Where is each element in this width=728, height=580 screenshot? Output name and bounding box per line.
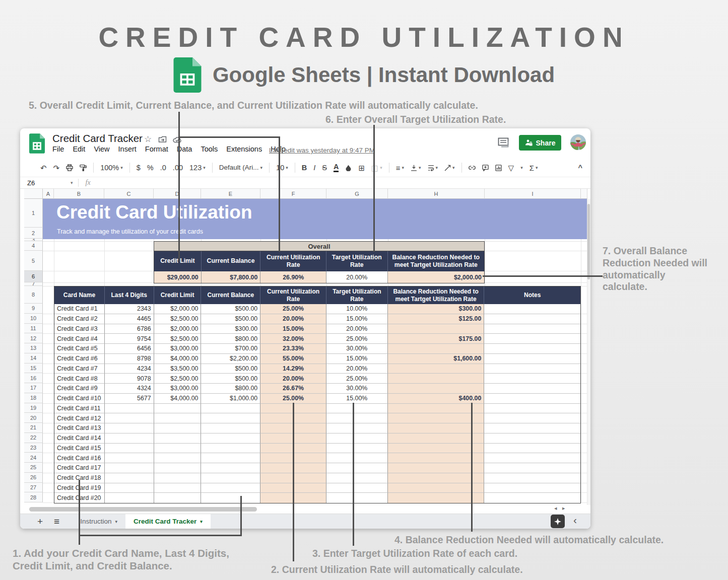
header-cell[interactable]: Target Utilization Rate	[326, 286, 388, 304]
cell[interactable]	[201, 473, 260, 483]
cell[interactable]	[484, 354, 580, 364]
cell[interactable]: 6786	[105, 324, 154, 334]
cell[interactable]: Credit Card #8	[54, 374, 105, 384]
column-header-sliver[interactable]	[581, 189, 587, 199]
cell[interactable]	[105, 433, 154, 444]
decrease-decimals-button[interactable]: .0	[160, 164, 166, 172]
column-header-H[interactable]: H	[388, 189, 485, 199]
cell[interactable]: 25.00%	[260, 304, 326, 314]
cell[interactable]	[388, 413, 485, 423]
row-header-24[interactable]: 24	[24, 453, 43, 463]
vertical-scroll-thumb[interactable]	[587, 204, 590, 279]
vertical-align-icon[interactable]: ▾	[411, 165, 421, 171]
menu-insert[interactable]: Insert	[118, 145, 137, 153]
header-cell[interactable]: Last 4 Digits	[105, 286, 154, 304]
column-header-A[interactable]: A	[43, 189, 54, 199]
comment-history-icon[interactable]	[498, 137, 510, 149]
cell[interactable]	[388, 473, 485, 483]
overall-value-cell[interactable]: 26.90%	[260, 271, 326, 283]
cell[interactable]: $4,000.00	[154, 354, 202, 364]
cell[interactable]: $2,200.00	[201, 354, 260, 364]
fill-color-icon[interactable]	[345, 165, 352, 171]
sheet-tab-instruction[interactable]: Instruction▾	[72, 514, 125, 529]
overall-value-cell[interactable]: $29,000.00	[154, 271, 202, 283]
cell[interactable]: $700.00	[201, 344, 260, 354]
cell[interactable]	[105, 453, 154, 463]
menu-tools[interactable]: Tools	[201, 145, 218, 153]
cell[interactable]: Credit Card #11	[54, 404, 105, 414]
hide-menus-icon[interactable]: ^	[578, 164, 582, 172]
cell[interactable]	[154, 404, 202, 414]
cell[interactable]	[154, 473, 202, 483]
horizontal-scroll-thumb[interactable]	[29, 507, 257, 512]
row-header-9[interactable]: 9	[24, 304, 43, 314]
cell[interactable]	[388, 493, 485, 503]
cell[interactable]	[201, 493, 260, 503]
row-header-28[interactable]: 28	[24, 492, 43, 502]
insert-comment-icon[interactable]	[482, 165, 489, 171]
cell[interactable]	[388, 384, 485, 394]
cell[interactable]: 9078	[105, 374, 154, 384]
column-header-G[interactable]: G	[326, 189, 388, 199]
cell[interactable]: Credit Card #12	[54, 413, 105, 423]
cell[interactable]	[484, 444, 580, 454]
cell[interactable]	[201, 444, 260, 454]
borders-icon[interactable]: ⊞	[358, 164, 365, 172]
chevron-down-icon[interactable]: ▾	[71, 180, 73, 185]
cell[interactable]	[388, 444, 485, 454]
cell[interactable]	[326, 444, 388, 454]
collapse-sidebar-icon[interactable]: ‹	[573, 514, 577, 526]
cell[interactable]: Credit Card #14	[54, 433, 105, 444]
cell[interactable]: $3,500.00	[154, 364, 202, 374]
cell[interactable]	[484, 314, 580, 324]
cell[interactable]: $2,000.00	[154, 324, 202, 334]
header-cell[interactable]: Card Name	[54, 286, 105, 304]
cell[interactable]: 14.29%	[260, 364, 326, 374]
explore-button[interactable]	[551, 515, 565, 528]
cell[interactable]	[154, 433, 202, 444]
row-header-17[interactable]: 17	[24, 383, 43, 393]
column-header-E[interactable]: E	[201, 189, 260, 199]
column-header-D[interactable]: D	[154, 189, 201, 199]
cell[interactable]: 30.00%	[326, 344, 388, 354]
cell[interactable]: $800.00	[201, 334, 260, 344]
cell[interactable]	[388, 463, 485, 473]
header-cell[interactable]: Balance Reduction Needed to meet Tartget…	[388, 286, 485, 304]
cell[interactable]	[484, 374, 580, 384]
cell[interactable]: 15.00%	[326, 314, 388, 324]
row-header-13[interactable]: 13	[24, 343, 43, 353]
bold-button[interactable]: B	[302, 164, 307, 172]
cell[interactable]	[105, 444, 154, 454]
filter-views-icon[interactable]: ▾	[520, 166, 523, 170]
cell[interactable]: Credit Card #17	[54, 463, 105, 473]
row-header-14[interactable]: 14	[24, 353, 43, 364]
overall-value-cell[interactable]: 20.00%	[326, 271, 388, 283]
cell[interactable]: Credit Card #5	[54, 344, 105, 354]
header-cell[interactable]: Current Utilization Rate	[260, 286, 326, 304]
select-all-corner[interactable]	[24, 189, 43, 199]
cell[interactable]: Credit Card #15	[54, 444, 105, 454]
cell[interactable]: 8798	[105, 354, 154, 364]
row-header-11[interactable]: 11	[24, 324, 43, 334]
row-header-6[interactable]: 6	[24, 271, 43, 282]
cell[interactable]	[105, 463, 154, 473]
cell[interactable]: 23.33%	[260, 344, 326, 354]
cell[interactable]	[484, 493, 580, 503]
format-currency-button[interactable]: $	[137, 164, 141, 172]
cell[interactable]	[388, 433, 485, 444]
cell[interactable]	[201, 423, 260, 433]
cell[interactable]	[326, 473, 388, 483]
row-header-20[interactable]: 20	[24, 413, 43, 423]
cell[interactable]: $400.00	[388, 394, 485, 404]
row-header-1[interactable]: 1	[24, 199, 43, 228]
cell[interactable]	[326, 433, 388, 444]
cell[interactable]: 20.00%	[260, 374, 326, 384]
cell[interactable]: 15.00%	[326, 354, 388, 364]
row-header-16[interactable]: 16	[24, 373, 43, 383]
text-rotation-icon[interactable]: ▾	[444, 165, 455, 171]
cell[interactable]: 25.00%	[260, 394, 326, 404]
cell[interactable]	[388, 453, 485, 463]
cell[interactable]	[201, 483, 260, 493]
cell[interactable]	[154, 483, 202, 493]
row-header-27[interactable]: 27	[24, 483, 43, 493]
